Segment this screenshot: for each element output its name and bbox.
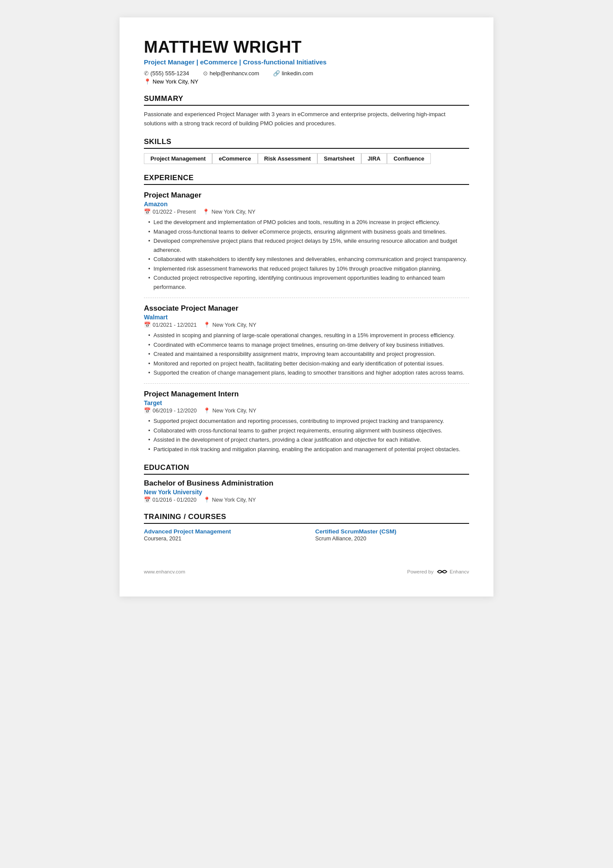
phone-icon: ✆ (144, 70, 149, 77)
edu-dates-item: 📅 01/2016 - 01/2020 (144, 496, 197, 503)
job-title: Associate Project Manager (144, 304, 469, 313)
powered-by: Powered by Enhancv (407, 568, 470, 576)
bullet-item: Assisted in scoping and planning of larg… (148, 331, 469, 340)
summary-title: SUMMARY (144, 94, 469, 106)
job-dates: 06/2019 - 12/2020 (153, 408, 197, 414)
bullet-list: Assisted in scoping and planning of larg… (144, 331, 469, 377)
job-location-item: 📍 New York City, NY (203, 407, 256, 414)
training-name: Certified ScrumMaster (CSM) (315, 528, 469, 535)
skill-tag: JIRA (361, 153, 387, 164)
job-location: New York City, NY (211, 209, 255, 215)
company-name: Walmart (144, 314, 469, 321)
job-entry: Project Management InternTarget 📅 06/201… (144, 390, 469, 454)
edu-degree: Bachelor of Business Administration (144, 479, 469, 488)
job-dates-item: 📅 01/2022 - Present (144, 208, 196, 215)
training-detail: Scrum Alliance, 2020 (315, 536, 469, 542)
linkedin-item: 🔗 linkedin.com (273, 70, 313, 77)
enhancv-logo: Enhancv (436, 568, 469, 576)
footer-website: www.enhancv.com (144, 569, 185, 574)
job-entry: Associate Project ManagerWalmart 📅 01/20… (144, 304, 469, 384)
training-item: Certified ScrumMaster (CSM)Scrum Allianc… (315, 528, 469, 542)
bullet-item: Created and maintained a responsibility … (148, 350, 469, 359)
calendar-icon: 📅 (144, 407, 151, 414)
powered-by-label: Powered by (407, 569, 434, 574)
job-entry: Project ManagerAmazon 📅 01/2022 - Presen… (144, 191, 469, 298)
edu-location: New York City, NY (212, 497, 256, 503)
job-title: Project Manager (144, 191, 469, 200)
skill-tag: eCommerce (212, 153, 257, 164)
location-text: New York City, NY (153, 78, 198, 85)
job-divider (144, 298, 469, 298)
job-location: New York City, NY (212, 322, 256, 328)
job-dates-item: 📅 06/2019 - 12/2020 (144, 407, 197, 414)
job-location-item: 📍 New York City, NY (203, 322, 256, 328)
skills-section: SKILLS Project ManagementeCommerceRisk A… (144, 137, 469, 164)
training-title: TRAINING / COURSES (144, 513, 469, 524)
company-name: Amazon (144, 201, 469, 208)
calendar-icon: 📅 (144, 208, 151, 215)
enhancv-icon (436, 568, 448, 576)
training-item: Advanced Project ManagementCoursera, 202… (144, 528, 298, 542)
header: MATTHEW WRIGHT Project Manager | eCommer… (144, 38, 469, 85)
skills-title: SKILLS (144, 137, 469, 149)
job-location-item: 📍 New York City, NY (203, 208, 255, 215)
edu-meta: 📅 01/2016 - 01/2020 📍 New York City, NY (144, 496, 469, 503)
job-meta: 📅 01/2022 - Present 📍 New York City, NY (144, 208, 469, 215)
edu-dates: 01/2016 - 01/2020 (152, 497, 196, 503)
linkedin-icon: 🔗 (273, 70, 280, 77)
bullet-list: Supported project documentation and repo… (144, 417, 469, 454)
candidate-title: Project Manager | eCommerce | Cross-func… (144, 58, 469, 66)
bullet-item: Supported the creation of change managem… (148, 369, 469, 377)
email-item: ⊙ help@enhancv.com (203, 70, 259, 77)
linkedin-url: linkedin.com (282, 70, 313, 77)
summary-text: Passionate and experienced Project Manag… (144, 110, 469, 128)
training-section: TRAINING / COURSES Advanced Project Mana… (144, 513, 469, 542)
company-name: Target (144, 399, 469, 406)
skill-tag: Risk Assessment (258, 153, 317, 164)
job-location-icon: 📍 (203, 208, 210, 215)
bullet-item: Implemented risk assessment frameworks t… (148, 265, 469, 273)
job-dates: 01/2022 - Present (153, 209, 196, 215)
job-meta: 📅 01/2021 - 12/2021 📍 New York City, NY (144, 322, 469, 328)
bullet-list: Led the development and implementation o… (144, 218, 469, 292)
training-detail: Coursera, 2021 (144, 536, 298, 542)
job-dates: 01/2021 - 12/2021 (153, 322, 197, 328)
page-footer: www.enhancv.com Powered by Enhancv (144, 568, 469, 576)
summary-section: SUMMARY Passionate and experienced Proje… (144, 94, 469, 128)
edu-location-item: 📍 New York City, NY (203, 496, 256, 503)
calendar-icon: 📅 (144, 322, 151, 328)
phone-number: (555) 555-1234 (150, 70, 189, 77)
bullet-item: Conducted project retrospective reportin… (148, 274, 469, 292)
bullet-item: Supported project documentation and repo… (148, 417, 469, 426)
email-address: help@enhancv.com (210, 70, 259, 77)
education-title: EDUCATION (144, 463, 469, 475)
bullet-item: Collaborated with cross-functional teams… (148, 426, 469, 435)
location-icon: 📍 (144, 78, 151, 85)
skill-tag: Confluence (387, 153, 431, 164)
job-meta: 📅 06/2019 - 12/2020 📍 New York City, NY (144, 407, 469, 414)
job-divider (144, 383, 469, 384)
skills-row: Project ManagementeCommerceRisk Assessme… (144, 153, 469, 164)
email-icon: ⊙ (203, 70, 208, 77)
education-section: EDUCATION Bachelor of Business Administr… (144, 463, 469, 503)
edu-calendar-icon: 📅 (144, 497, 151, 503)
bullet-item: Coordinated with eCommerce teams to mana… (148, 341, 469, 349)
edu-school: New York University (144, 489, 469, 496)
edu-location-icon: 📍 (203, 497, 210, 503)
bullet-item: Led the development and implementation o… (148, 218, 469, 227)
phone-item: ✆ (555) 555-1234 (144, 70, 189, 77)
job-location: New York City, NY (212, 408, 256, 414)
job-location-icon: 📍 (203, 322, 210, 328)
bullet-item: Monitored and reported on project health… (148, 359, 469, 368)
bullet-item: Collaborated with stakeholders to identi… (148, 255, 469, 264)
skill-tag: Project Management (144, 153, 212, 164)
bullet-item: Managed cross-functional teams to delive… (148, 228, 469, 236)
experience-section: EXPERIENCE Project ManagerAmazon 📅 01/20… (144, 174, 469, 454)
experience-title: EXPERIENCE (144, 174, 469, 185)
job-title: Project Management Intern (144, 390, 469, 399)
candidate-name: MATTHEW WRIGHT (144, 38, 469, 57)
training-grid: Advanced Project ManagementCoursera, 202… (144, 528, 469, 542)
job-dates-item: 📅 01/2021 - 12/2021 (144, 322, 197, 328)
enhancv-brand: Enhancv (450, 569, 469, 574)
contact-row: ✆ (555) 555-1234 ⊙ help@enhancv.com 🔗 li… (144, 70, 469, 77)
